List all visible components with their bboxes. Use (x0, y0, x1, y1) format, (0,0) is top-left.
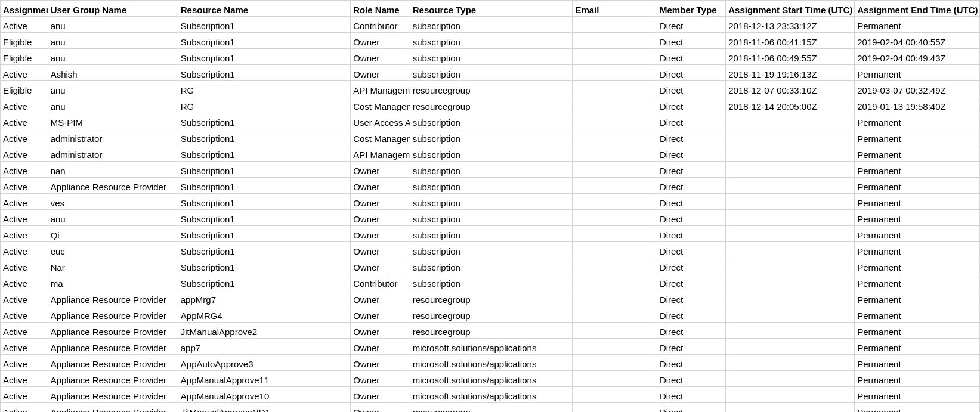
cell-role-name[interactable]: Owner (351, 323, 410, 339)
cell-member-type[interactable]: Direct (657, 210, 725, 226)
cell-end-time[interactable]: Permanent (855, 145, 980, 162)
cell-assignment[interactable]: Active (1, 210, 48, 226)
cell-role-name[interactable]: Owner (351, 194, 410, 210)
cell-role-name[interactable]: Owner (351, 33, 410, 49)
cell-role-name[interactable]: Owner (351, 355, 410, 371)
cell-role-name[interactable]: User Access Administrator (351, 113, 410, 129)
table-row[interactable]: ActiveAppliance Resource ProviderJitManu… (1, 403, 980, 413)
cell-resource-name[interactable]: Subscription1 (178, 17, 350, 33)
cell-end-time[interactable]: Permanent (855, 306, 980, 323)
cell-role-name[interactable]: Owner (351, 226, 410, 242)
cell-email[interactable] (573, 371, 657, 387)
cell-email[interactable] (573, 113, 657, 129)
cell-role-name[interactable]: Owner (351, 242, 410, 258)
cell-member-type[interactable]: Direct (657, 178, 725, 194)
table-row[interactable]: ActiveAppliance Resource ProviderSubscri… (1, 178, 980, 194)
cell-resource-name[interactable]: Subscription1 (178, 162, 350, 178)
table-row[interactable]: ActiveAppliance Resource ProviderAppAuto… (1, 355, 980, 371)
cell-resource-name[interactable]: Subscription1 (178, 129, 350, 145)
cell-email[interactable] (573, 355, 657, 371)
cell-start-time[interactable]: 2018-11-06 00:49:55Z (726, 49, 855, 65)
cell-resource-name[interactable]: Subscription1 (178, 49, 350, 65)
cell-role-name[interactable]: Owner (351, 210, 410, 226)
cell-email[interactable] (573, 387, 657, 403)
cell-member-type[interactable]: Direct (657, 258, 725, 274)
cell-member-type[interactable]: Direct (657, 33, 725, 49)
cell-end-time[interactable]: 2019-01-13 19:58:40Z (855, 97, 980, 113)
cell-resource-type[interactable]: resourcegroup (410, 403, 573, 413)
cell-end-time[interactable]: Permanent (855, 371, 980, 387)
cell-assignment[interactable]: Active (1, 258, 48, 274)
cell-end-time[interactable]: Permanent (855, 162, 980, 178)
cell-start-time[interactable] (726, 178, 855, 194)
cell-user-group[interactable]: nan (48, 162, 178, 178)
cell-resource-type[interactable]: subscription (410, 129, 573, 145)
cell-resource-name[interactable]: Subscription1 (178, 113, 350, 129)
cell-assignment[interactable]: Active (1, 226, 48, 242)
cell-user-group[interactable]: Appliance Resource Provider (48, 387, 178, 403)
cell-resource-type[interactable]: microsoft.solutions/applications (410, 355, 573, 371)
cell-user-group[interactable]: Appliance Resource Provider (48, 403, 178, 413)
cell-resource-name[interactable]: Subscription1 (178, 274, 350, 290)
cell-role-name[interactable]: Owner (351, 403, 410, 413)
cell-email[interactable] (573, 226, 657, 242)
cell-end-time[interactable]: Permanent (855, 178, 980, 194)
cell-member-type[interactable]: Direct (657, 97, 725, 113)
cell-user-group[interactable]: Qi (48, 226, 178, 242)
cell-start-time[interactable] (726, 339, 855, 355)
cell-user-group[interactable]: Appliance Resource Provider (48, 339, 178, 355)
cell-role-name[interactable]: API Management (351, 81, 410, 97)
cell-role-name[interactable]: Owner (351, 162, 410, 178)
cell-resource-type[interactable]: resourcegroup (410, 97, 573, 113)
table-row[interactable]: ActiveadministratorSubscription1Cost Man… (1, 129, 980, 145)
cell-role-name[interactable]: Contributor (351, 274, 410, 290)
cell-end-time[interactable]: 2019-02-04 00:49:43Z (855, 49, 980, 65)
cell-end-time[interactable]: Permanent (855, 65, 980, 81)
cell-member-type[interactable]: Direct (657, 113, 725, 129)
col-header-user-group[interactable]: User Group Name (48, 1, 178, 17)
table-row[interactable]: EligibleanuSubscription1Ownersubscriptio… (1, 33, 980, 49)
cell-resource-name[interactable]: RG (178, 81, 350, 97)
cell-email[interactable] (573, 33, 657, 49)
cell-email[interactable] (573, 17, 657, 33)
cell-resource-name[interactable]: app7 (178, 339, 350, 355)
cell-email[interactable] (573, 65, 657, 81)
cell-resource-type[interactable]: subscription (410, 113, 573, 129)
cell-end-time[interactable]: Permanent (855, 339, 980, 355)
cell-member-type[interactable]: Direct (657, 242, 725, 258)
cell-resource-name[interactable]: JitManualApproveND1 (178, 403, 350, 413)
cell-end-time[interactable]: Permanent (855, 242, 980, 258)
cell-end-time[interactable]: Permanent (855, 129, 980, 145)
cell-resource-name[interactable]: Subscription1 (178, 226, 350, 242)
cell-email[interactable] (573, 290, 657, 306)
cell-member-type[interactable]: Direct (657, 355, 725, 371)
assignments-table[interactable]: Assignment User Group Name Resource Name… (0, 0, 980, 412)
cell-user-group[interactable]: ves (48, 194, 178, 210)
table-row[interactable]: ActiveanuSubscription1Contributorsubscri… (1, 17, 980, 33)
cell-start-time[interactable]: 2018-11-19 19:16:13Z (726, 65, 855, 81)
cell-user-group[interactable]: anu (48, 17, 178, 33)
cell-role-name[interactable]: Owner (351, 49, 410, 65)
cell-assignment[interactable]: Active (1, 129, 48, 145)
cell-start-time[interactable] (726, 355, 855, 371)
table-row[interactable]: ActiveeucSubscription1OwnersubscriptionD… (1, 242, 980, 258)
cell-resource-type[interactable]: subscription (410, 226, 573, 242)
table-row[interactable]: ActiveanuRGCost ManagementresourcegroupD… (1, 97, 980, 113)
cell-role-name[interactable]: Owner (351, 306, 410, 323)
cell-member-type[interactable]: Direct (657, 226, 725, 242)
cell-assignment[interactable]: Active (1, 403, 48, 413)
cell-user-group[interactable]: anu (48, 97, 178, 113)
cell-member-type[interactable]: Direct (657, 145, 725, 162)
cell-start-time[interactable] (726, 323, 855, 339)
col-header-role-name[interactable]: Role Name (351, 1, 410, 17)
cell-end-time[interactable]: Permanent (855, 387, 980, 403)
cell-resource-name[interactable]: AppManualApprove10 (178, 387, 350, 403)
cell-member-type[interactable]: Direct (657, 339, 725, 355)
cell-start-time[interactable] (726, 242, 855, 258)
cell-email[interactable] (573, 145, 657, 162)
cell-member-type[interactable]: Direct (657, 17, 725, 33)
cell-assignment[interactable]: Active (1, 65, 48, 81)
cell-user-group[interactable]: MS-PIM (48, 113, 178, 129)
cell-email[interactable] (573, 81, 657, 97)
cell-user-group[interactable]: Appliance Resource Provider (48, 306, 178, 323)
